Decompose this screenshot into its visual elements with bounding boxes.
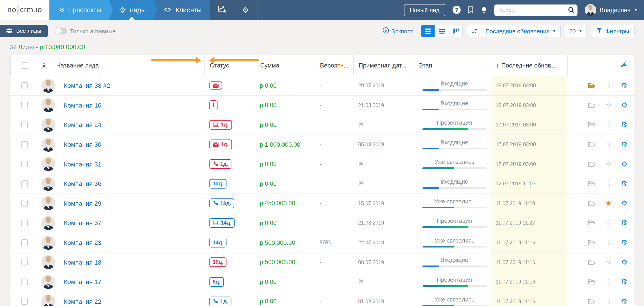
row-checkbox[interactable] <box>21 141 28 148</box>
lead-name-link[interactable]: Компания 18 <box>64 258 101 266</box>
view-kanban-button[interactable] <box>448 25 462 37</box>
header-stage[interactable]: Этап <box>413 55 491 76</box>
gear-icon[interactable]: ⚙ <box>621 180 627 187</box>
star-icon[interactable]: ☆ <box>605 161 612 168</box>
app-logo[interactable]: nocrm.io <box>0 0 50 20</box>
settings-tab[interactable]: ⚙ <box>234 0 258 20</box>
row-checkbox[interactable] <box>21 298 28 305</box>
row-checkbox[interactable] <box>21 200 28 207</box>
view-list-button[interactable] <box>434 25 448 37</box>
star-icon[interactable]: ☆ <box>605 219 612 227</box>
folder-icon[interactable] <box>588 220 596 226</box>
lead-name-link[interactable]: Компания 17 <box>64 278 101 285</box>
gear-icon[interactable]: ⚙ <box>621 102 627 109</box>
lead-name-link[interactable]: Компания 31 <box>64 161 101 168</box>
gear-icon[interactable]: ⚙ <box>621 200 627 207</box>
row-checkbox[interactable] <box>21 102 28 109</box>
star-icon[interactable]: ☆ <box>605 180 612 187</box>
lead-name-link[interactable]: Компания 38 #2 <box>64 82 110 89</box>
header-probability[interactable]: Вероятн... <box>314 55 353 76</box>
all-leads-button[interactable]: Все лиды <box>0 25 48 37</box>
export-button[interactable]: Эскпорт <box>382 27 413 35</box>
star-icon[interactable]: ★ <box>605 200 612 207</box>
search-input[interactable] <box>494 4 578 16</box>
status-badge[interactable]: 1д. <box>210 140 232 149</box>
star-icon[interactable]: ☆ <box>605 82 612 89</box>
status-badge[interactable]: ! <box>210 100 218 110</box>
folder-icon[interactable] <box>588 141 596 147</box>
row-checkbox[interactable] <box>21 278 28 285</box>
star-icon[interactable]: ☆ <box>605 298 612 305</box>
user-menu[interactable]: Владислав ▼ <box>585 4 638 16</box>
gear-icon[interactable]: ⚙ <box>621 239 627 246</box>
row-checkbox[interactable] <box>21 181 28 187</box>
status-badge[interactable]: 10д. <box>210 257 227 267</box>
gear-icon[interactable]: ⚙ <box>621 141 627 148</box>
folder-icon[interactable] <box>588 298 596 305</box>
lead-name-link[interactable]: Компания 36 <box>64 180 101 187</box>
lead-name-link[interactable]: Компания 23 <box>64 239 101 246</box>
bookmark-icon[interactable] <box>468 6 474 14</box>
star-icon[interactable]: ☆ <box>605 278 612 285</box>
lead-name-link[interactable]: Компания 37 <box>64 219 101 227</box>
lead-name-link[interactable]: Компания 22 <box>64 298 101 305</box>
row-checkbox[interactable] <box>21 259 28 265</box>
page-size-select[interactable]: 20▼ <box>565 25 587 37</box>
status-badge[interactable]: 6д. <box>210 277 224 287</box>
status-badge[interactable]: 13д. <box>210 199 234 208</box>
folder-icon[interactable] <box>588 102 596 108</box>
header-date[interactable]: Примерная дат... <box>353 55 413 76</box>
row-checkbox[interactable] <box>21 220 28 226</box>
bell-icon[interactable] <box>481 6 487 14</box>
gear-icon[interactable]: ⚙ <box>621 258 627 266</box>
folder-icon[interactable] <box>588 200 596 207</box>
folder-icon[interactable] <box>588 278 596 285</box>
gear-icon[interactable]: ⚙ <box>621 278 627 285</box>
folder-icon[interactable] <box>588 83 596 89</box>
gear-icon[interactable]: ⚙ <box>621 219 627 227</box>
star-icon[interactable]: ☆ <box>605 102 612 109</box>
star-icon[interactable]: ☆ <box>605 141 612 148</box>
row-checkbox[interactable] <box>21 82 28 89</box>
star-icon[interactable]: ☆ <box>605 239 612 246</box>
lead-name-link[interactable]: Компания 30 <box>64 141 101 148</box>
folder-icon[interactable] <box>588 239 596 246</box>
folder-icon[interactable] <box>588 161 596 167</box>
header-updated[interactable]: ↑ Последние обнов... <box>491 55 567 76</box>
row-checkbox[interactable] <box>21 121 28 128</box>
status-badge[interactable]: 1д. <box>210 159 231 169</box>
status-badge[interactable]: 1д. <box>210 296 231 306</box>
filters-button[interactable]: Фильтры <box>591 25 634 37</box>
status-badge[interactable]: 13д. <box>210 179 227 189</box>
lead-name-link[interactable]: Компания 16 <box>64 102 101 109</box>
folder-icon[interactable] <box>588 181 596 187</box>
folder-icon[interactable] <box>588 122 596 128</box>
wrench-icon[interactable] <box>621 62 627 69</box>
status-badge[interactable] <box>210 82 222 90</box>
lead-name-link[interactable]: Компания 29 <box>64 200 101 207</box>
sort-control[interactable]: Последние обновления▼ <box>467 25 561 37</box>
stats-tab[interactable] <box>210 0 234 20</box>
status-badge[interactable]: 14д. <box>210 238 227 247</box>
status-badge[interactable]: 1д. <box>210 120 232 130</box>
view-grid-button[interactable] <box>421 25 434 37</box>
tab-clients[interactable]: Клиенты <box>154 0 210 20</box>
row-checkbox[interactable] <box>21 239 28 246</box>
folder-icon[interactable] <box>588 259 596 265</box>
gear-icon[interactable]: ⚙ <box>621 121 627 128</box>
row-checkbox[interactable] <box>21 161 28 168</box>
search-icon[interactable] <box>568 6 575 15</box>
header-amount[interactable]: Сумма <box>255 55 314 76</box>
help-icon[interactable]: ? <box>452 6 461 14</box>
header-name[interactable]: Название лида <box>10 55 204 76</box>
lead-name-link[interactable]: Компания 24 <box>64 121 101 128</box>
new-lead-button[interactable]: Новый лид <box>404 4 445 16</box>
gear-icon[interactable]: ⚙ <box>621 82 627 89</box>
tab-prospects[interactable]: ❄ Проспекты <box>50 0 109 20</box>
select-all-checkbox[interactable] <box>22 62 28 69</box>
gear-icon[interactable]: ⚙ <box>621 161 627 168</box>
active-only-toggle[interactable] <box>55 28 67 34</box>
star-icon[interactable]: ☆ <box>605 121 612 128</box>
status-badge[interactable]: 14д. <box>210 218 235 228</box>
gear-icon[interactable]: ⚙ <box>621 298 627 305</box>
